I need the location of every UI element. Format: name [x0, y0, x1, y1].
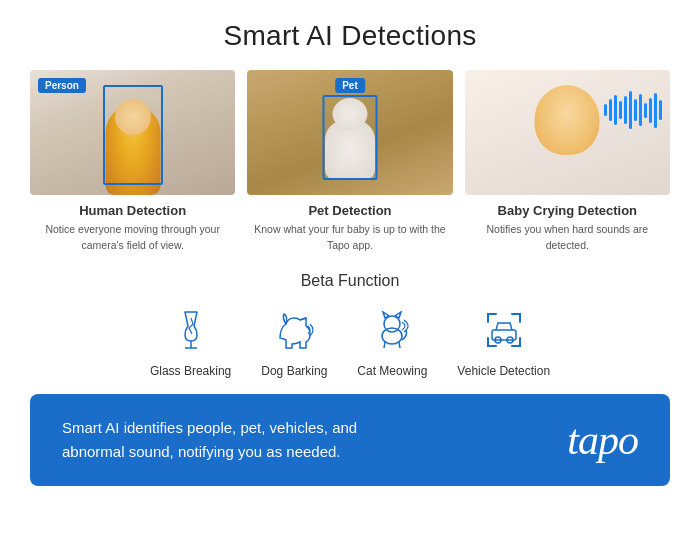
detection-image-baby: [465, 70, 670, 195]
pet-detection-title: Pet Detection: [308, 203, 391, 218]
wave-bar-7: [634, 99, 637, 121]
pet-label-box: Pet: [335, 78, 365, 93]
wave-bar-12: [659, 100, 662, 120]
wave-bar-1: [604, 104, 607, 116]
sound-wave: [604, 90, 662, 130]
glass-breaking-label: Glass Breaking: [150, 364, 231, 378]
detection-image-human: Person: [30, 70, 235, 195]
detection-image-pet: Pet: [247, 70, 452, 195]
banner-text: Smart AI identifies people, pet, vehicle…: [62, 416, 402, 464]
detection-card-human: Person Human Detection Notice everyone m…: [30, 70, 235, 254]
glass-breaking-icon: [165, 304, 217, 356]
bottom-banner: Smart AI identifies people, pet, vehicle…: [30, 394, 670, 486]
baby-detection-title: Baby Crying Detection: [498, 203, 637, 218]
wave-bar-10: [649, 98, 652, 123]
vehicle-detection-label: Vehicle Detection: [457, 364, 550, 378]
wave-bar-11: [654, 93, 657, 128]
svg-marker-5: [395, 312, 401, 318]
page: Smart AI Detections Person Human Detecti…: [0, 0, 700, 550]
wave-bar-5: [624, 96, 627, 124]
detections-row: Person Human Detection Notice everyone m…: [30, 70, 670, 254]
wave-bar-2: [609, 99, 612, 121]
pet-detection-desc: Know what your fur baby is up to with th…: [247, 222, 452, 254]
cat-meowing-icon: [366, 304, 418, 356]
detection-card-baby: Baby Crying Detection Notifies you when …: [465, 70, 670, 254]
beta-item-vehicle: Vehicle Detection: [457, 304, 550, 378]
svg-point-2: [382, 328, 402, 344]
human-detection-title: Human Detection: [79, 203, 186, 218]
person-detect-box: [103, 85, 163, 185]
svg-line-6: [384, 342, 385, 348]
svg-point-3: [384, 316, 400, 332]
beta-item-cat: Cat Meowing: [357, 304, 427, 378]
wave-bar-4: [619, 101, 622, 119]
pet-detect-box: [322, 95, 377, 180]
page-title: Smart AI Detections: [223, 20, 476, 52]
detection-card-pet: Pet Pet Detection Know what your fur bab…: [247, 70, 452, 254]
beta-item-glass: Glass Breaking: [150, 304, 231, 378]
wave-bar-9: [644, 103, 647, 118]
wave-bar-3: [614, 95, 617, 125]
beta-icons-row: Glass Breaking Dog Barking: [150, 304, 550, 378]
person-label-box: Person: [38, 78, 86, 93]
baby-detection-desc: Notifies you when hard sounds are detect…: [465, 222, 670, 254]
beta-section: Beta Function Glass Breaking: [30, 272, 670, 378]
svg-line-7: [399, 342, 400, 348]
dog-barking-label: Dog Barking: [261, 364, 327, 378]
vehicle-detection-icon: [478, 304, 530, 356]
cat-meowing-label: Cat Meowing: [357, 364, 427, 378]
beta-item-dog: Dog Barking: [261, 304, 327, 378]
wave-bar-6: [629, 91, 632, 129]
svg-marker-4: [383, 312, 389, 318]
wave-bar-8: [639, 94, 642, 126]
tapo-logo: tapo: [567, 416, 638, 464]
human-detection-desc: Notice everyone moving through your came…: [30, 222, 235, 254]
dog-barking-icon: [268, 304, 320, 356]
beta-title: Beta Function: [301, 272, 400, 290]
